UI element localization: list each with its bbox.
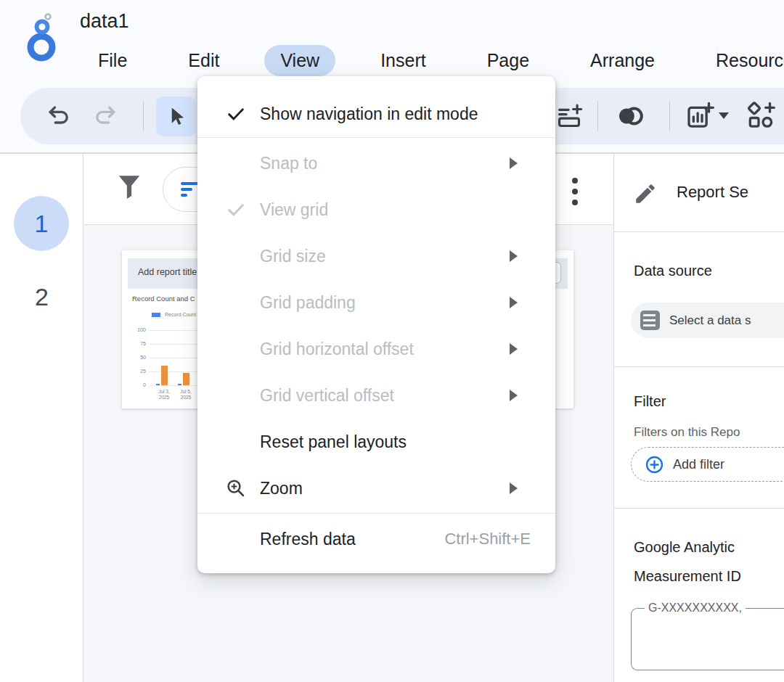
toolbar-divider <box>143 101 144 131</box>
menu-insert[interactable]: Insert <box>364 45 442 76</box>
view-menu-dropdown: Show navigation in edit mode Snap to Vie… <box>197 76 555 573</box>
report-settings-panel: Report Se Data source Select a data s Fi… <box>613 154 784 682</box>
looker-studio-logo-icon[interactable] <box>22 12 64 64</box>
menu-item-reset-panel-layouts[interactable]: Reset panel layouts <box>197 419 555 465</box>
undo-icon[interactable] <box>44 102 73 131</box>
menu-file[interactable]: File <box>82 45 143 76</box>
more-options-icon[interactable] <box>572 178 578 205</box>
menubar: File Edit View Insert Page Arrange Resou… <box>82 44 784 77</box>
blend-data-icon[interactable] <box>616 102 645 131</box>
select-data-source-label: Select a data s <box>669 313 751 328</box>
menu-item-view-grid[interactable]: View grid <box>197 186 555 233</box>
submenu-arrow-icon <box>510 343 518 355</box>
menu-divider <box>197 137 555 138</box>
add-chart-icon[interactable] <box>685 102 714 131</box>
menu-item-grid-padding[interactable]: Grid padding <box>197 279 555 326</box>
select-tool-icon[interactable] <box>156 96 196 136</box>
panel-header: Report Se <box>614 154 784 232</box>
menu-item-show-navigation[interactable]: Show navigation in edit mode <box>197 91 555 137</box>
select-data-source-button[interactable]: Select a data s <box>631 303 784 338</box>
submenu-arrow-icon <box>510 390 518 401</box>
menu-item-grid-vertical-offset[interactable]: Grid vertical offset <box>197 372 555 419</box>
menu-item-refresh-data[interactable]: Refresh data Ctrl+Shift+E <box>197 516 555 562</box>
check-icon <box>224 197 248 222</box>
menu-view[interactable]: View <box>264 45 335 76</box>
submenu-arrow-icon <box>510 482 518 494</box>
chevron-down-icon[interactable] <box>719 112 729 119</box>
menu-item-snap-to[interactable]: Snap to <box>197 140 555 186</box>
filter-heading: Filter <box>634 393 666 410</box>
panel-divider <box>614 366 784 367</box>
zoom-in-icon <box>224 476 248 501</box>
menu-divider <box>197 513 555 514</box>
ga-input-label: G-XXXXXXXXXX, <box>645 601 746 615</box>
filter-funnel-icon[interactable] <box>115 171 144 208</box>
data-source-heading: Data source <box>634 263 712 279</box>
looker-studio-window: data1 File Edit View Insert Page Arrange… <box>0 0 784 682</box>
data-source-list-icon <box>640 311 660 330</box>
add-filter-label: Add filter <box>673 457 724 472</box>
submenu-arrow-icon <box>510 157 518 169</box>
page-1-button[interactable]: 1 <box>14 196 69 251</box>
panel-divider <box>614 508 784 509</box>
submenu-arrow-icon <box>510 297 518 308</box>
menu-arrange[interactable]: Arrange <box>574 45 671 76</box>
menu-page[interactable]: Page <box>471 45 545 76</box>
menu-item-grid-horizontal-offset[interactable]: Grid horizontal offset <box>197 326 555 372</box>
menu-item-grid-size[interactable]: Grid size <box>197 233 555 279</box>
add-control-icon[interactable] <box>746 102 775 131</box>
submenu-arrow-icon <box>510 250 518 262</box>
page-navigation: 1 2 <box>0 154 83 682</box>
menu-edit[interactable]: Edit <box>172 45 235 76</box>
page-2-button[interactable]: 2 <box>0 283 83 311</box>
toolbar-divider <box>669 101 670 131</box>
ga-measurement-id-input[interactable]: G-XXXXXXXXXX, <box>631 608 784 670</box>
ga-measurement-heading: Google Analytic Measurement ID <box>634 533 741 591</box>
add-filter-button[interactable]: Add filter <box>631 447 784 482</box>
menu-item-zoom[interactable]: Zoom <box>197 465 555 512</box>
panel-title: Report Se <box>677 183 748 202</box>
filter-lines-icon <box>181 182 198 197</box>
redo-icon[interactable] <box>91 102 120 131</box>
document-title[interactable]: data1 <box>80 10 129 33</box>
edit-pencil-icon <box>633 181 658 209</box>
toolbar-divider <box>597 101 598 131</box>
check-icon <box>224 102 248 126</box>
menu-resource[interactable]: Resource <box>700 45 784 76</box>
add-data-icon[interactable] <box>555 102 584 131</box>
keyboard-shortcut: Ctrl+Shift+E <box>444 530 531 549</box>
filters-subtext: Filters on this Repo <box>634 425 740 440</box>
plus-circle-icon <box>645 455 664 474</box>
